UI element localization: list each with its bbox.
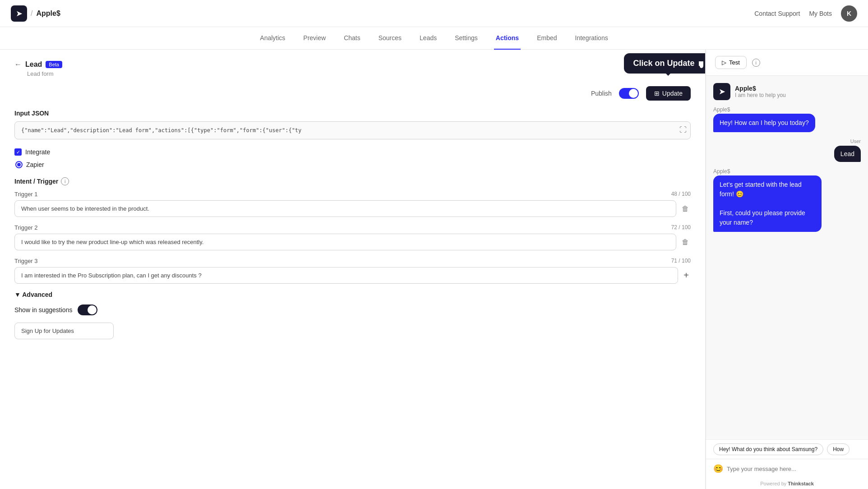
- chat-header-actions: ▷ Test i: [715, 56, 760, 69]
- toolbar: Publish Click on Update ● ⊞ Update: [14, 86, 691, 101]
- left-panel: ← Lead Beta Lead form Publish Click on U…: [0, 50, 706, 489]
- breadcrumb: ← Lead Beta: [14, 60, 691, 69]
- emoji-button[interactable]: 😊: [713, 464, 723, 474]
- chat-suggestions: Hey! What do you think about Samsung? Ho…: [706, 439, 868, 459]
- chat-bot-info: ➤ Apple$ I am here to help you: [713, 83, 861, 100]
- publish-toggle[interactable]: [619, 88, 639, 99]
- trigger-3-row: +: [14, 267, 691, 284]
- trigger-1-row: 🗑: [14, 200, 691, 217]
- intent-title: Intent / Trigger: [14, 178, 58, 185]
- integrate-label: Integrate: [25, 148, 50, 156]
- trigger-1-count: 48 / 100: [671, 191, 691, 198]
- chat-info-icon[interactable]: i: [752, 59, 760, 67]
- update-icon: ⊞: [654, 90, 660, 97]
- chat-header: ▷ Test i: [706, 50, 868, 76]
- trigger-2-delete[interactable]: 🗑: [680, 236, 691, 248]
- bot-message-1-row: Apple$ Hey! How can I help you today?: [713, 106, 861, 132]
- tooltip-dot: ●: [699, 61, 703, 66]
- trigger-2-input[interactable]: [14, 234, 676, 250]
- breadcrumb-title: Lead: [25, 60, 42, 69]
- back-button[interactable]: ←: [14, 60, 22, 69]
- trigger-1-delete[interactable]: 🗑: [680, 203, 691, 215]
- bot-bubble-2: Let's get started with the lead form! 😊 …: [713, 175, 822, 232]
- bot-subtitle: I am here to help you: [735, 92, 786, 98]
- bot-applesname-2: Apple$: [713, 168, 730, 175]
- header-slash: /: [31, 9, 32, 18]
- powered-by: Powered by Thinkstack: [706, 478, 868, 489]
- nav-item-embed[interactable]: Embed: [535, 27, 559, 50]
- nav-item-leads[interactable]: Leads: [418, 27, 439, 50]
- user-bubble: Lead: [834, 146, 861, 162]
- bot-message-2-row: Apple$ Let's get started with the lead f…: [713, 168, 861, 232]
- show-suggestions-label: Show in suggestions: [14, 306, 72, 314]
- trigger-3-name: Trigger 3: [14, 258, 38, 264]
- input-json-box: {"name":"Lead","description":"Lead form"…: [14, 121, 691, 139]
- trigger-1-name: Trigger 1: [14, 191, 38, 198]
- bot-bubble-1: Hey! How can I help you today?: [713, 114, 815, 132]
- zapier-label: Zapier: [26, 161, 44, 168]
- update-button[interactable]: ⊞ Update: [646, 86, 691, 101]
- header: ➤ / Apple$ Contact Support My Bots K: [0, 0, 868, 27]
- nav-item-integrations[interactable]: Integrations: [573, 27, 610, 50]
- bot-avatar-icon: ➤: [719, 87, 725, 97]
- trigger-2-count: 72 / 100: [671, 224, 691, 231]
- trigger-3-header: Trigger 3 71 / 100: [14, 258, 691, 264]
- nav-item-settings[interactable]: Settings: [453, 27, 480, 50]
- trigger-2-header: Trigger 2 72 / 100: [14, 224, 691, 231]
- breadcrumb-subtitle: Lead form: [27, 70, 691, 77]
- test-button[interactable]: ▷ Test: [715, 56, 747, 69]
- nav-item-preview[interactable]: Preview: [301, 27, 328, 50]
- contact-support-link[interactable]: Contact Support: [754, 10, 800, 17]
- trigger-2-row: 🗑: [14, 234, 691, 250]
- trigger-2-name: Trigger 2: [14, 224, 38, 231]
- trigger-add-button[interactable]: +: [682, 268, 691, 282]
- logo-icon[interactable]: ➤: [11, 5, 27, 22]
- suggestion-chip-2[interactable]: How: [827, 443, 850, 455]
- header-right: Contact Support My Bots K: [754, 5, 857, 22]
- integrate-checkbox: ✓: [14, 148, 22, 156]
- radio-inner: [17, 163, 21, 166]
- info-icon[interactable]: i: [61, 177, 69, 185]
- intent-header: Intent / Trigger i: [14, 177, 691, 185]
- main-layout: ← Lead Beta Lead form Publish Click on U…: [0, 50, 868, 489]
- header-left: ➤ / Apple$: [11, 5, 60, 22]
- trigger-1-header: Trigger 1 48 / 100: [14, 191, 691, 198]
- bot-applesname-1: Apple$: [713, 106, 730, 113]
- input-json-label: Input JSON: [14, 110, 691, 117]
- trigger-1-block: Trigger 1 48 / 100 🗑: [14, 191, 691, 217]
- zapier-radio: [15, 161, 23, 168]
- nav-item-chats[interactable]: Chats: [342, 27, 362, 50]
- chat-body: ➤ Apple$ I am here to help you Apple$ He…: [706, 76, 868, 439]
- integrate-checkbox-row[interactable]: ✓ Integrate: [14, 148, 691, 156]
- trigger-2-block: Trigger 2 72 / 100 🗑: [14, 224, 691, 250]
- update-tooltip-wrapper: Click on Update ● ⊞ Update: [646, 86, 691, 101]
- app-name: Apple$: [36, 9, 60, 18]
- toggle-knob: [629, 89, 638, 98]
- beta-badge: Beta: [46, 61, 62, 68]
- nav: Analytics Preview Chats Sources Leads Se…: [0, 27, 868, 50]
- nav-item-actions[interactable]: Actions: [494, 27, 521, 50]
- trigger-1-input[interactable]: [14, 200, 676, 217]
- zapier-radio-row[interactable]: Zapier: [15, 161, 691, 168]
- my-bots-link[interactable]: My Bots: [809, 10, 832, 17]
- toggle-dark-knob: [88, 305, 97, 314]
- show-suggestions-toggle[interactable]: [78, 304, 97, 315]
- user-label: User: [850, 138, 861, 144]
- expand-icon[interactable]: ⛶: [679, 125, 687, 134]
- nav-item-analytics[interactable]: Analytics: [258, 27, 287, 50]
- suggestion-input[interactable]: [14, 323, 114, 339]
- right-panel: ▷ Test i ➤ Apple$ I am here to help you …: [706, 50, 868, 489]
- avatar[interactable]: K: [841, 5, 857, 22]
- advanced-header[interactable]: ▼ Advanced: [14, 291, 691, 298]
- bot-avatar: ➤: [713, 83, 730, 100]
- publish-label: Publish: [591, 90, 612, 97]
- trigger-3-block: Trigger 3 71 / 100 +: [14, 258, 691, 284]
- tooltip-popup: Click on Update ●: [624, 53, 706, 74]
- play-icon: ▷: [722, 59, 726, 66]
- powered-brand: Thinkstack: [788, 481, 813, 486]
- nav-item-sources[interactable]: Sources: [377, 27, 403, 50]
- trigger-3-input[interactable]: [14, 267, 678, 284]
- suggestion-chip-1[interactable]: Hey! What do you think about Samsung?: [713, 443, 823, 455]
- bot-name: Apple$: [735, 85, 786, 92]
- chat-input[interactable]: [727, 466, 861, 472]
